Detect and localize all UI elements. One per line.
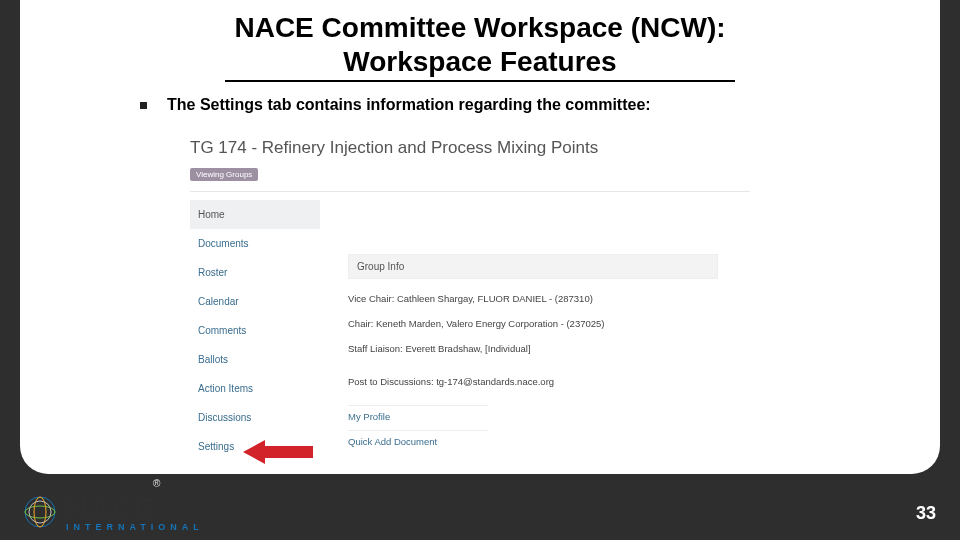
info-line-staff-liaison: Staff Liaison: Everett Bradshaw, [Indivi… [348, 339, 750, 358]
content-frame: NACE Committee Workspace (NCW): Workspac… [20, 0, 940, 474]
page-number: 33 [916, 503, 936, 524]
logo-text: NACE [66, 492, 155, 525]
logo-globe-icon [20, 492, 60, 532]
info-line-vice-chair: Vice Chair: Cathleen Shargay, FLUOR DANI… [348, 289, 750, 308]
logo-subtext: INTERNATIONAL [66, 522, 204, 532]
svg-point-4 [29, 501, 51, 523]
sidebar-item-settings[interactable]: Settings [190, 432, 320, 461]
sidebar-item-home[interactable]: Home [190, 200, 320, 229]
slide-title: NACE Committee Workspace (NCW): Workspac… [20, 0, 940, 82]
bullet-row: The Settings tab contains information re… [140, 96, 940, 114]
sidebar-item-action-items[interactable]: Action Items [190, 374, 320, 403]
page-title: TG 174 - Refinery Injection and Process … [190, 138, 750, 158]
screenshot-body: Home Documents Roster Calendar Comments … [190, 200, 750, 461]
status-badge: Viewing Groups [190, 168, 258, 181]
logo-text-block: NACE® INTERNATIONAL [66, 492, 204, 532]
sidebar-item-documents[interactable]: Documents [190, 229, 320, 258]
sidebar-item-discussions[interactable]: Discussions [190, 403, 320, 432]
title-line-2: Workspace Features [225, 46, 735, 82]
info-line-post: Post to Discussions: tg-174@standards.na… [348, 372, 750, 391]
bullet-icon [140, 102, 147, 109]
bullet-text: The Settings tab contains information re… [167, 96, 651, 114]
sidebar-item-roster[interactable]: Roster [190, 258, 320, 287]
link-quick-add-document[interactable]: Quick Add Document [348, 430, 488, 450]
sidebar-item-ballots[interactable]: Ballots [190, 345, 320, 374]
slide: NACE Committee Workspace (NCW): Workspac… [0, 0, 960, 540]
side-nav: Home Documents Roster Calendar Comments … [190, 200, 320, 461]
embedded-screenshot: TG 174 - Refinery Injection and Process … [190, 138, 750, 464]
link-my-profile[interactable]: My Profile [348, 405, 488, 425]
logo: NACE® INTERNATIONAL [20, 492, 204, 532]
info-line-chair: Chair: Keneth Marden, Valero Energy Corp… [348, 314, 750, 333]
logo-registered: ® [153, 478, 160, 489]
sub-links: My Profile Quick Add Document [348, 405, 750, 450]
main-column: Group Info Vice Chair: Cathleen Shargay,… [320, 200, 750, 461]
title-line-1: NACE Committee Workspace (NCW): [20, 12, 940, 44]
sidebar-item-calendar[interactable]: Calendar [190, 287, 320, 316]
sidebar-item-comments[interactable]: Comments [190, 316, 320, 345]
section-header: Group Info [348, 254, 718, 279]
divider [190, 191, 750, 192]
